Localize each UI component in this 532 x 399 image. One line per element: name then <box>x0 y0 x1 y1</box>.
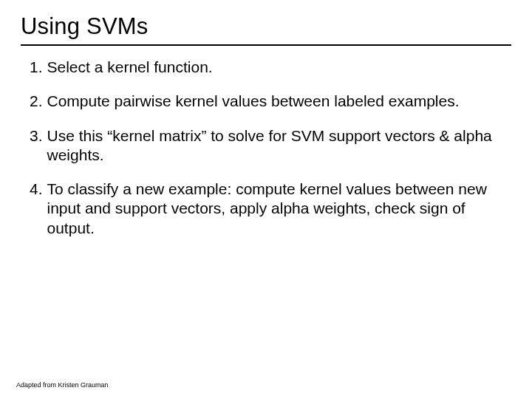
list-number: 3. <box>30 126 43 166</box>
list-number: 1. <box>30 58 43 77</box>
list-number: 4. <box>30 180 43 238</box>
list-text: Select a kernel function. <box>47 58 504 77</box>
attribution-text: Adapted from Kristen Grauman <box>16 381 109 389</box>
title-underline <box>21 44 511 46</box>
list-item: 2. Compute pairwise kernel values betwee… <box>30 92 504 111</box>
list-text: Compute pairwise kernel values between l… <box>47 92 504 111</box>
list-text: To classify a new example: compute kerne… <box>47 180 504 238</box>
list-item: 1. Select a kernel function. <box>30 58 504 77</box>
list-item: 3. Use this “kernel matrix” to solve for… <box>30 126 504 166</box>
list-number: 2. <box>30 92 43 111</box>
numbered-list: 1. Select a kernel function. 2. Compute … <box>21 58 511 238</box>
slide: Using SVMs 1. Select a kernel function. … <box>0 0 532 399</box>
list-text: Use this “kernel matrix” to solve for SV… <box>47 126 504 166</box>
slide-title: Using SVMs <box>21 13 511 40</box>
list-item: 4. To classify a new example: compute ke… <box>30 180 504 238</box>
